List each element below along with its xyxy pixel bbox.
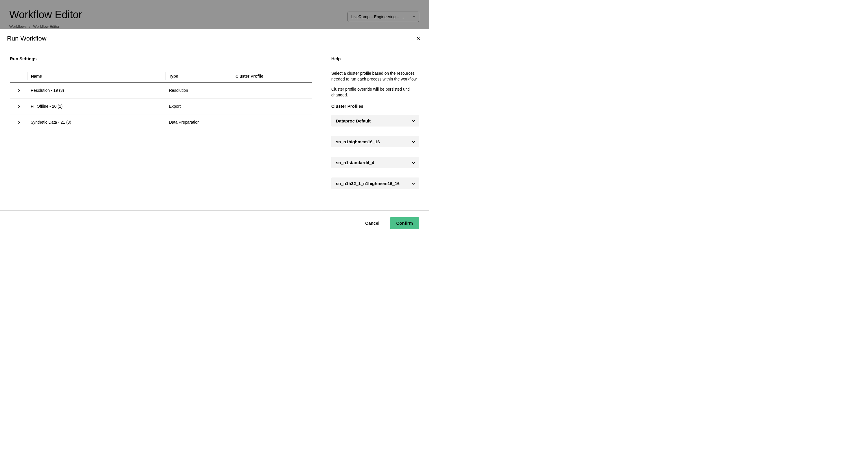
project-picker-label: LiveRamp – Engineering – … <box>351 14 404 19</box>
chevron-right-icon <box>17 121 20 124</box>
col-type-header: Type <box>165 72 232 80</box>
chevron-down-icon <box>412 119 415 122</box>
close-button[interactable]: ✕ <box>414 34 422 42</box>
table-row: Resolution - 19 (3) Resolution <box>10 83 312 98</box>
cluster-profile-label: sn_n1standard4_4 <box>336 160 374 165</box>
cluster-profile-item[interactable]: Dataproc Default <box>331 115 419 126</box>
help-panel: Help Select a cluster profile based on t… <box>322 48 429 210</box>
cluster-profile-item[interactable]: sn_n1h32_1_n1highmem16_16 <box>331 177 419 189</box>
cell-type: Export <box>165 104 232 109</box>
cluster-profile-item[interactable]: sn_n1standard4_4 <box>331 157 419 168</box>
table-row: Synthetic Data - 21 (3) Data Preparation <box>10 114 312 130</box>
table-body: Resolution - 19 (3) Resolution PII Offli… <box>10 83 312 130</box>
chevron-right-icon <box>17 105 20 108</box>
breadcrumb: Workflows / Workflow Editor <box>9 24 59 29</box>
chevron-down-icon <box>412 140 415 143</box>
modal-header: Run Workflow ✕ <box>0 29 429 48</box>
chevron-right-icon <box>17 89 20 92</box>
run-settings-heading: Run Settings <box>10 56 312 61</box>
modal-body: Run Settings Name Type Cluster Profile R… <box>0 48 429 211</box>
cell-name: PII Offline - 20 (1) <box>27 104 165 109</box>
table-header: Name Type Cluster Profile <box>10 70 312 83</box>
cell-name: Resolution - 19 (3) <box>27 88 165 93</box>
page-title: Workflow Editor <box>9 9 82 21</box>
process-table: Name Type Cluster Profile Resolution - 1… <box>10 70 312 130</box>
cell-type: Resolution <box>165 88 232 93</box>
run-settings-panel: Run Settings Name Type Cluster Profile R… <box>0 48 322 210</box>
cell-name: Synthetic Data - 21 (3) <box>27 120 165 124</box>
caret-down-icon <box>412 16 415 18</box>
expand-toggle[interactable] <box>10 121 27 123</box>
cell-type: Data Preparation <box>165 120 232 124</box>
cluster-profile-label: Dataproc Default <box>336 118 371 123</box>
col-name-header: Name <box>27 72 165 80</box>
breadcrumb-root[interactable]: Workflows <box>9 24 27 29</box>
cluster-profile-label: sn_n1h32_1_n1highmem16_16 <box>336 181 400 186</box>
close-icon: ✕ <box>416 35 421 42</box>
expand-toggle[interactable] <box>10 106 27 108</box>
breadcrumb-current: Workflow Editor <box>33 24 60 29</box>
cluster-profile-label: sn_n1highmem16_16 <box>336 139 380 144</box>
modal-footer: Cancel Confirm <box>0 211 429 235</box>
col-profile-header: Cluster Profile <box>232 72 300 80</box>
help-body: Select a cluster profile based on the re… <box>331 70 419 98</box>
help-heading: Help <box>331 56 419 61</box>
help-text-2: Cluster profile override will be persist… <box>331 86 419 98</box>
help-text-1: Select a cluster profile based on the re… <box>331 70 419 82</box>
breadcrumb-separator: / <box>29 24 30 29</box>
project-picker[interactable]: LiveRamp – Engineering – … <box>347 11 419 22</box>
cluster-profiles-heading: Cluster Profiles <box>331 103 419 109</box>
modal-title: Run Workflow <box>7 35 46 42</box>
confirm-button[interactable]: Confirm <box>390 217 420 229</box>
chevron-down-icon <box>412 181 415 184</box>
expand-toggle[interactable] <box>10 89 27 91</box>
cluster-profile-item[interactable]: sn_n1highmem16_16 <box>331 136 419 147</box>
modal-backdrop: Workflow Editor Workflows / Workflow Edi… <box>0 0 429 29</box>
chevron-down-icon <box>412 160 415 163</box>
cancel-button[interactable]: Cancel <box>363 218 382 229</box>
table-row: PII Offline - 20 (1) Export <box>10 98 312 114</box>
